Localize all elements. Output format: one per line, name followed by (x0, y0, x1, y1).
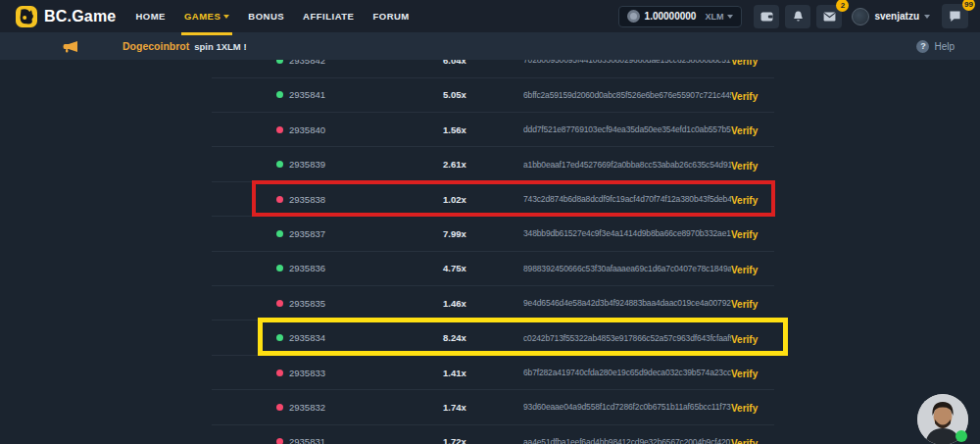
bet-multiplier: 7.99x (443, 228, 523, 239)
verify-cell: Verify (731, 364, 758, 381)
bet-id-cell: 2935832 (276, 402, 443, 413)
wallet-button[interactable] (754, 5, 779, 28)
user-menu[interactable]: svenjatzu (852, 8, 930, 25)
currency-label: XLM (705, 12, 723, 22)
result-dot (276, 404, 283, 411)
verify-link[interactable]: Verify (731, 265, 758, 275)
balance-amount: 1.00000000 (645, 11, 697, 22)
bet-multiplier: 1.56x (443, 124, 523, 135)
nav-item-home[interactable]: HOME (135, 0, 166, 32)
table-row: 2935835 1.46x 9e4d6546d4e58a42d3b4f92488… (212, 286, 774, 321)
bet-hash: 8988392450666c53f30afaaaea69c1d6a7c0407e… (523, 264, 731, 273)
brand-logo[interactable]: BC.Game (16, 6, 116, 27)
chat-badge: 99 (962, 0, 975, 11)
envelope-icon (823, 12, 836, 22)
balance-selector[interactable]: 1.00000000 XLM (618, 6, 743, 27)
nav-item-games[interactable]: GAMES (184, 0, 229, 32)
result-dot (276, 334, 283, 341)
messages-button[interactable]: 2 (816, 5, 842, 28)
verify-link[interactable]: Verify (731, 195, 758, 206)
table-row: 2935833 1.41x 6b7f282a419740cfda280e19c6… (212, 356, 774, 390)
bet-id-cell: 2935837 (276, 228, 443, 239)
user-avatar (852, 8, 869, 25)
main-nav: HOMEGAMESBONUSAFFILIATEFORUM (135, 0, 409, 32)
bet-hash: 93d60eaae04a9d558f1cd7286f2c0b6751b11af6… (523, 402, 731, 412)
bet-id-cell: 2935839 (276, 159, 443, 170)
bet-id: 2935838 (289, 194, 325, 205)
result-dot (276, 126, 283, 133)
nav-item-label: AFFILIATE (303, 11, 354, 22)
notifications-button[interactable] (785, 5, 810, 28)
bet-id-cell: 2935840 (276, 124, 443, 135)
online-status-dot (956, 430, 967, 442)
bet-id: 2935834 (289, 332, 325, 343)
result-dot (276, 230, 283, 237)
verify-link[interactable]: Verify (731, 161, 758, 172)
bet-multiplier: 1.72x (443, 436, 523, 444)
brand-name: BC.Game (44, 8, 116, 25)
nav-item-bonus[interactable]: BONUS (248, 0, 284, 32)
verify-cell: Verify (731, 260, 758, 277)
table-row: 2935836 4.75x 8988392450666c53f30afaaaea… (212, 252, 774, 286)
bet-hash: 6bffc2a59159d2060d0abc85f526e6be676e5590… (523, 90, 731, 100)
bet-id-cell: 2935841 (276, 89, 443, 100)
result-dot (276, 370, 283, 376)
verify-cell: Verify (731, 329, 758, 347)
promo-link[interactable]: Dogecoinbrot (122, 40, 189, 52)
bet-multiplier: 8.24x (443, 332, 523, 343)
bet-hash: c0242b713f55322ab4853e917866c52a57c963df… (523, 333, 731, 343)
promo-text: spin 1XLM ! (194, 41, 246, 52)
caret-down-icon (223, 15, 229, 19)
table-row: 2935838 1.02x 743c2d874b6d8a8dcdf9fc19ac… (212, 182, 774, 217)
verify-link[interactable]: Verify (731, 403, 758, 414)
wallet-icon (760, 11, 773, 22)
verify-link[interactable]: Verify (731, 91, 758, 102)
bet-id-cell: 2935833 (276, 368, 443, 378)
question-icon: ? (916, 40, 929, 53)
bet-id: 2935839 (289, 159, 325, 170)
bet-hash: 743c2d874b6d8a8dcdf9fc19acf4d70f74f12a38… (523, 194, 731, 204)
webcam-overlay (917, 394, 968, 444)
bet-id-cell: 2935838 (276, 194, 443, 205)
verify-link[interactable]: Verify (731, 369, 758, 379)
username: svenjatzu (874, 11, 919, 22)
bcgame-logo-icon (16, 6, 37, 27)
bet-hash: ddd7f521e87769103ecf94ea35da50ee354efd1c… (523, 124, 731, 134)
currency-dropdown[interactable]: XLM (705, 12, 733, 22)
messages-badge: 2 (836, 0, 849, 12)
nav-item-label: HOME (135, 11, 166, 22)
bet-hash: 348bb9db61527e4c9f3e4a1414d9b8ba66ce8970… (523, 228, 731, 238)
bell-icon (793, 11, 804, 23)
table-row: 2935841 5.05x 6bffc2a59159d2060d0abc85f5… (212, 78, 774, 113)
verify-link[interactable]: Verify (731, 229, 758, 240)
bet-hash: 9e4d6546d4e58a42d3b4f924883baa4daac019ce… (523, 298, 731, 308)
bet-multiplier: 1.46x (443, 298, 523, 309)
top-nav-bar: BC.Game HOMEGAMESBONUSAFFILIATEFORUM 1.0… (0, 0, 980, 32)
help-link[interactable]: ? Help (916, 40, 955, 53)
verify-cell: Verify (731, 86, 758, 104)
bet-id: 2935835 (289, 298, 325, 309)
nav-item-label: GAMES (184, 11, 220, 22)
nav-item-affiliate[interactable]: AFFILIATE (303, 0, 354, 32)
bet-multiplier: 4.75x (443, 263, 523, 273)
result-dot (276, 300, 283, 307)
result-dot (276, 196, 283, 203)
verify-link[interactable]: Verify (731, 125, 758, 136)
caret-down-icon (924, 15, 930, 19)
chat-bubble-icon (949, 10, 961, 23)
nav-item-forum[interactable]: FORUM (372, 0, 409, 32)
table-row: 2935840 1.56x ddd7f521e87769103ecf94ea35… (212, 113, 774, 147)
verify-link[interactable]: Verify (731, 438, 758, 444)
bet-id-cell: 2935836 (276, 263, 443, 273)
table-row: 2935832 1.74x 93d60eaae04a9d558f1cd7286f… (212, 390, 774, 424)
caret-down-icon (727, 15, 733, 19)
verify-link[interactable]: Verify (731, 299, 758, 310)
verify-cell: Verify (731, 121, 758, 138)
table-row: 2935837 7.99x 348bb9db61527e4c9f3e4a1414… (212, 217, 774, 251)
chat-button[interactable]: 99 (942, 4, 968, 28)
verify-cell: Verify (731, 433, 758, 444)
verify-link[interactable]: Verify (731, 334, 758, 345)
verify-cell: Verify (731, 398, 758, 416)
table-row: 2935834 8.24x c0242b713f55322ab4853e9178… (212, 321, 774, 355)
verify-cell: Verify (731, 190, 758, 208)
